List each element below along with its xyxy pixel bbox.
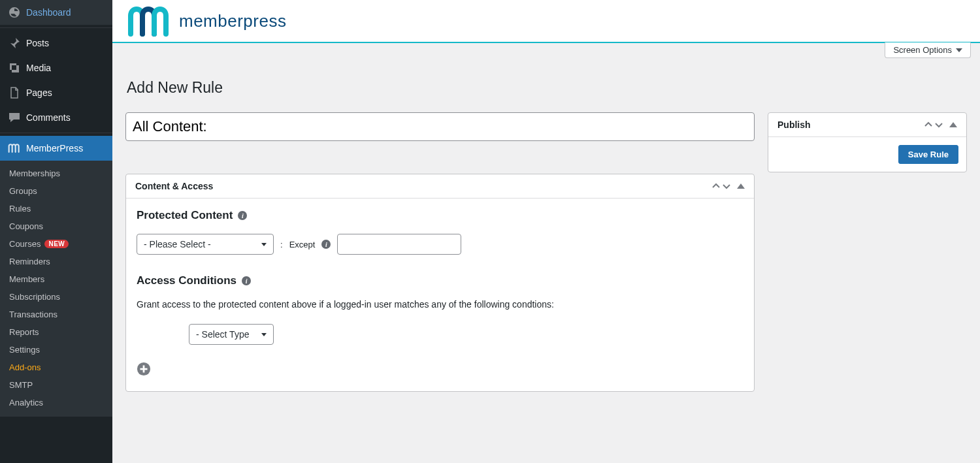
memberpress-icon xyxy=(8,142,21,155)
submenu-reminders[interactable]: Reminders xyxy=(0,253,112,270)
page-title: Add New Rule xyxy=(127,79,967,97)
submenu-reports[interactable]: Reports xyxy=(0,323,112,341)
info-icon[interactable]: i xyxy=(321,240,331,249)
panel-title: Content & Access xyxy=(135,181,213,191)
menu-pages[interactable]: Pages xyxy=(0,80,112,105)
menu-dashboard[interactable]: Dashboard xyxy=(0,0,112,25)
publish-panel: Publish Save Rule xyxy=(768,112,967,172)
info-icon[interactable]: i xyxy=(238,211,247,220)
chevron-up-icon[interactable] xyxy=(924,121,932,129)
dashboard-icon xyxy=(8,6,21,19)
access-conditions-hint: Grant access to the protected content ab… xyxy=(137,299,743,310)
comment-icon xyxy=(8,111,21,124)
submenu-groups[interactable]: Groups xyxy=(0,182,112,200)
menu-label: Comments xyxy=(26,112,71,123)
page-icon xyxy=(8,86,21,99)
brand-name: memberpress xyxy=(179,11,286,31)
panel-toggle-icon[interactable] xyxy=(949,122,957,127)
except-input[interactable] xyxy=(337,234,461,255)
menu-posts[interactable]: Posts xyxy=(0,31,112,56)
rule-title-input[interactable] xyxy=(125,112,755,141)
panel-toggle-icon[interactable] xyxy=(737,184,745,189)
submenu-smtp[interactable]: SMTP xyxy=(0,376,112,394)
save-rule-button[interactable]: Save Rule xyxy=(898,145,958,164)
chevron-down-icon[interactable] xyxy=(723,182,730,190)
info-icon[interactable]: i xyxy=(242,276,251,285)
content-access-panel: Content & Access Protected Content xyxy=(125,174,755,392)
submenu-subscriptions[interactable]: Subscriptions xyxy=(0,288,112,306)
menu-label: Posts xyxy=(26,38,49,48)
submenu-memberships[interactable]: Memberships xyxy=(0,165,112,182)
condition-type-select[interactable]: - Select Type xyxy=(189,324,274,345)
submenu-members[interactable]: Members xyxy=(0,270,112,288)
panel-header: Publish xyxy=(768,113,966,137)
submenu-addons[interactable]: Add-ons xyxy=(0,359,112,376)
access-conditions-heading: Access Conditions xyxy=(137,274,237,287)
main-area: memberpress Screen Options Add New Rule … xyxy=(112,0,980,463)
memberpress-logo: memberpress xyxy=(128,5,286,37)
chevron-down-icon[interactable] xyxy=(935,121,943,129)
add-condition-button[interactable] xyxy=(137,362,151,376)
menu-comments[interactable]: Comments xyxy=(0,105,112,130)
colon-separator: : xyxy=(280,240,283,249)
media-icon xyxy=(8,61,21,74)
menu-label: Dashboard xyxy=(26,7,71,18)
brand-bar: memberpress xyxy=(112,0,980,43)
chevron-up-icon[interactable] xyxy=(712,182,720,190)
badge-new: NEW xyxy=(44,240,69,248)
submenu-analytics[interactable]: Analytics xyxy=(0,394,112,411)
submenu-coupons[interactable]: Coupons xyxy=(0,217,112,235)
screen-options-button[interactable]: Screen Options xyxy=(885,42,971,58)
submenu-rules[interactable]: Rules xyxy=(0,200,112,217)
panel-header: Content & Access xyxy=(126,174,754,199)
menu-label: MemberPress xyxy=(26,143,83,153)
protected-content-heading: Protected Content xyxy=(137,209,233,222)
menu-media[interactable]: Media xyxy=(0,56,112,80)
memberpress-logo-icon xyxy=(128,5,170,37)
pin-icon xyxy=(8,37,21,50)
submenu-settings[interactable]: Settings xyxy=(0,341,112,359)
protected-content-select[interactable]: - Please Select - xyxy=(137,234,274,255)
submenu-courses[interactable]: Courses NEW xyxy=(0,235,112,253)
except-label: Except xyxy=(289,240,316,249)
admin-sidebar: Dashboard Posts Media Pages Comments Mem… xyxy=(0,0,112,463)
submenu-transactions[interactable]: Transactions xyxy=(0,306,112,323)
menu-label: Pages xyxy=(26,88,52,98)
panel-title: Publish xyxy=(777,120,811,130)
menu-memberpress[interactable]: MemberPress xyxy=(0,136,112,161)
triangle-down-icon xyxy=(956,48,962,52)
memberpress-submenu: Memberships Groups Rules Coupons Courses… xyxy=(0,161,112,417)
menu-label: Media xyxy=(26,63,51,73)
